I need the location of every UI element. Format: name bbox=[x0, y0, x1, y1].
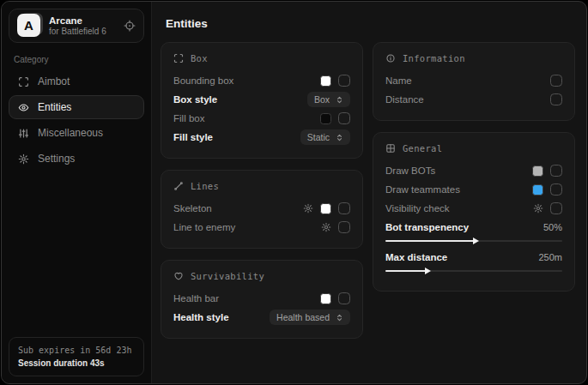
box-style-select[interactable]: Box bbox=[307, 92, 350, 107]
row-label: Health bar bbox=[173, 293, 219, 304]
subscription-card: Sub expires in 56d 23h Session duration … bbox=[9, 337, 144, 376]
bot-transparency-slider[interactable] bbox=[385, 240, 562, 242]
unfold-icon bbox=[336, 96, 343, 104]
color-swatch[interactable] bbox=[532, 184, 543, 196]
max-distance-slider[interactable] bbox=[385, 270, 562, 272]
distance-checkbox[interactable] bbox=[550, 93, 562, 105]
row-label: Draw BOTs bbox=[385, 165, 435, 176]
row-bot-transparency: Bot transpenency 50% bbox=[385, 220, 562, 242]
panel-general: General Draw BOTs Draw teammates bbox=[373, 132, 575, 292]
row-health-bar: Health bar bbox=[173, 289, 350, 308]
info-icon bbox=[385, 53, 396, 63]
unfold-icon bbox=[336, 314, 343, 322]
panel-survivability-header: Survivability bbox=[173, 271, 350, 281]
row-label: Name bbox=[385, 75, 412, 86]
brand-card: A Arcane for Battlefield 6 bbox=[9, 9, 144, 43]
row-line-to-enemy: Line to enemy bbox=[173, 218, 350, 237]
sidebar: A Arcane for Battlefield 6 Category Aimb… bbox=[2, 2, 152, 383]
gear-icon bbox=[18, 153, 29, 165]
sidebar-item-label: Settings bbox=[38, 153, 75, 165]
gear-icon[interactable] bbox=[533, 203, 543, 214]
row-label: Health style bbox=[173, 312, 229, 322]
row-label: Skeleton bbox=[173, 203, 212, 214]
row-box-style: Box style Box bbox=[173, 90, 350, 109]
color-swatch[interactable] bbox=[320, 75, 331, 87]
gear-icon[interactable] bbox=[321, 222, 331, 232]
heart-icon bbox=[173, 271, 184, 281]
skeleton-checkbox[interactable] bbox=[338, 202, 350, 214]
app-logo: A bbox=[17, 14, 41, 38]
select-value: Static bbox=[307, 132, 330, 142]
sidebar-item-miscellaneous[interactable]: Miscellaneous bbox=[9, 121, 144, 145]
sliders-icon bbox=[18, 128, 29, 139]
fill-style-select[interactable]: Static bbox=[300, 129, 350, 145]
panel-lines: Lines Skeleton bbox=[161, 170, 363, 249]
left-column: Box Bounding box Box style Box bbox=[161, 42, 363, 339]
panel-title: Box bbox=[191, 53, 208, 63]
row-label: Box style bbox=[173, 94, 217, 105]
slider-fill bbox=[385, 270, 426, 272]
color-swatch[interactable] bbox=[320, 293, 331, 304]
row-draw-bots: Draw BOTs bbox=[385, 161, 562, 180]
visibility-check-checkbox[interactable] bbox=[550, 202, 562, 214]
gear-icon[interactable] bbox=[303, 203, 313, 214]
panel-general-header: General bbox=[385, 143, 562, 153]
line-to-enemy-checkbox[interactable] bbox=[338, 221, 350, 233]
sidebar-item-label: Entities bbox=[38, 101, 71, 113]
draw-teammates-checkbox[interactable] bbox=[550, 183, 562, 196]
draw-bots-checkbox[interactable] bbox=[550, 165, 562, 177]
app-name: Arcane bbox=[49, 15, 116, 27]
brand-text: Arcane for Battlefield 6 bbox=[49, 15, 116, 38]
row-fill-box: Fill box bbox=[173, 109, 350, 128]
row-label: Draw teammates bbox=[385, 184, 460, 195]
fill-box-checkbox[interactable] bbox=[338, 112, 350, 124]
page-title: Entities bbox=[166, 17, 575, 30]
row-label: Bot transpenency bbox=[385, 222, 469, 232]
panel-box: Box Bounding box Box style Box bbox=[161, 42, 363, 159]
panel-survivability: Survivability Health bar Health style He… bbox=[161, 260, 363, 339]
sidebar-item-aimbot[interactable]: Aimbot bbox=[9, 69, 144, 93]
bounding-box-checkbox[interactable] bbox=[338, 75, 350, 87]
category-label: Category bbox=[14, 55, 139, 64]
row-label: Fill box bbox=[173, 113, 204, 123]
health-style-select[interactable]: Health based bbox=[270, 310, 350, 325]
panel-title: General bbox=[403, 143, 442, 153]
row-label: Bounding box bbox=[173, 75, 233, 86]
panel-title: Survivability bbox=[191, 271, 264, 281]
line-icon bbox=[173, 181, 184, 191]
slider-value: 250m bbox=[538, 252, 562, 262]
grid-icon bbox=[385, 143, 396, 153]
select-value: Box bbox=[314, 94, 330, 105]
color-swatch[interactable] bbox=[320, 203, 331, 214]
target-icon[interactable] bbox=[124, 20, 136, 32]
sidebar-item-entities[interactable]: Entities bbox=[9, 95, 144, 119]
health-bar-checkbox[interactable] bbox=[338, 292, 350, 304]
row-fill-style: Fill style Static bbox=[173, 128, 350, 147]
panel-title: Lines bbox=[191, 181, 219, 191]
eye-icon bbox=[18, 102, 29, 113]
row-label: Fill style bbox=[173, 132, 213, 142]
row-skeleton: Skeleton bbox=[173, 199, 350, 218]
row-draw-teammates: Draw teammates bbox=[385, 180, 562, 199]
sidebar-item-settings[interactable]: Settings bbox=[9, 147, 144, 171]
unfold-icon bbox=[336, 134, 343, 141]
row-bounding-box: Bounding box bbox=[173, 71, 350, 90]
sub-expiry-text: Sub expires in 56d 23h bbox=[18, 344, 135, 357]
color-swatch[interactable] bbox=[532, 165, 543, 177]
crosshair-icon bbox=[18, 76, 29, 87]
slider-fill bbox=[385, 240, 474, 242]
right-column: Information Name Distance bbox=[373, 42, 575, 292]
row-max-distance: Max distance 250m bbox=[385, 250, 562, 272]
row-visibility-check: Visibility check bbox=[385, 199, 562, 218]
name-checkbox[interactable] bbox=[550, 75, 562, 87]
row-label: Max distance bbox=[385, 252, 447, 262]
sidebar-item-label: Miscellaneous bbox=[38, 127, 103, 139]
session-duration-text: Session duration 43s bbox=[18, 357, 135, 370]
color-swatch[interactable] bbox=[320, 113, 331, 124]
row-label: Distance bbox=[385, 94, 424, 105]
row-label: Visibility check bbox=[385, 203, 450, 214]
row-distance: Distance bbox=[385, 90, 562, 109]
panel-box-header: Box bbox=[173, 53, 350, 63]
sidebar-item-label: Aimbot bbox=[38, 75, 70, 87]
panel-lines-header: Lines bbox=[173, 181, 350, 191]
